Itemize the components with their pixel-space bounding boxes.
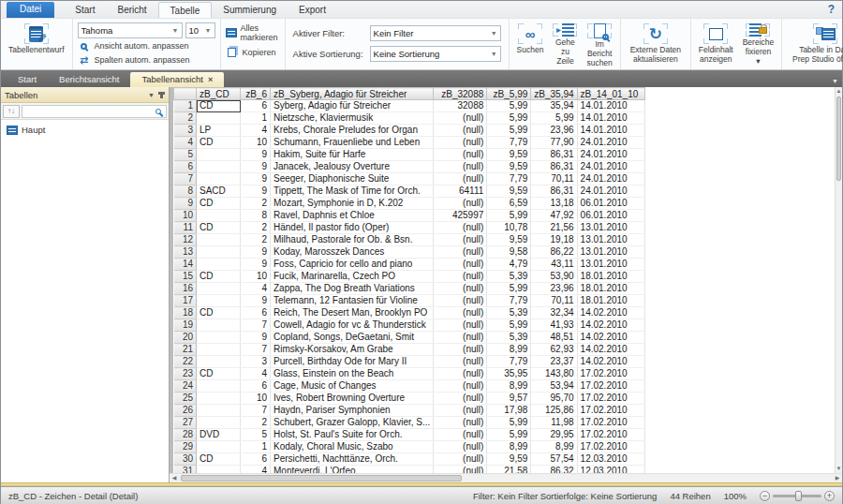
cell[interactable]: 8,99 (531, 441, 577, 453)
row-number[interactable]: 15 (174, 271, 197, 283)
cell[interactable]: 9 (241, 185, 271, 198)
cell[interactable] (197, 149, 241, 161)
cell[interactable]: 70,11 (531, 173, 577, 185)
doc-tab-berichtsansicht[interactable]: Berichtsansicht (48, 72, 130, 87)
cell[interactable]: 5,99 (487, 319, 531, 332)
cell[interactable]: 17.02.2010 (577, 405, 644, 417)
cell[interactable]: (null) (434, 137, 487, 149)
pin-icon[interactable] (160, 92, 163, 98)
row-number[interactable]: 23 (174, 368, 197, 380)
cell[interactable]: 11,98 (531, 417, 577, 429)
cell[interactable]: 70,11 (531, 295, 577, 307)
cell[interactable]: 9 (241, 295, 271, 307)
cell[interactable]: 62,93 (531, 344, 577, 356)
cell[interactable]: 9,59 (487, 453, 531, 466)
row-number[interactable]: 6 (174, 161, 197, 173)
search-button[interactable]: ∞ Suchen (514, 22, 547, 67)
cell[interactable]: 4,79 (487, 259, 531, 271)
cell[interactable]: 143,80 (531, 368, 577, 380)
column-header[interactable]: zB_14_01_10 (577, 88, 644, 100)
cell[interactable]: Telemann, 12 Fantasien für Violine (271, 295, 434, 307)
row-number[interactable]: 28 (174, 429, 197, 441)
row-number[interactable]: 16 (174, 283, 197, 295)
cell[interactable] (197, 173, 241, 185)
cell[interactable]: (null) (434, 466, 487, 474)
cell[interactable]: 10 (241, 137, 271, 149)
cell[interactable]: 43,11 (531, 259, 577, 271)
cell[interactable]: 41,93 (531, 319, 577, 332)
cell[interactable]: Ravel, Daphnis et Chloe (271, 210, 434, 222)
cell[interactable]: 5,39 (487, 332, 531, 344)
cell[interactable]: 14.02.2010 (577, 344, 644, 356)
cell[interactable]: 2 (241, 234, 271, 246)
cell[interactable]: Foss, Capricio for cello and piano (271, 259, 434, 271)
cell[interactable]: 86,32 (531, 466, 577, 474)
row-number[interactable]: 5 (174, 149, 197, 161)
cell[interactable]: (null) (434, 246, 487, 259)
cell[interactable]: (null) (434, 161, 487, 173)
cell[interactable]: 24.01.2010 (577, 185, 644, 198)
cell[interactable]: 9 (241, 246, 271, 259)
cell[interactable]: Copland, Songs, DeGaetani, Smit (271, 332, 434, 344)
cell[interactable]: 35,95 (487, 368, 531, 380)
cell[interactable]: 86,31 (531, 185, 577, 198)
cell[interactable] (197, 356, 241, 368)
tree-item-haupt[interactable]: Haupt (5, 124, 165, 136)
cell[interactable]: Holst, St. Paul's Suite for Orch. (271, 429, 434, 441)
cell[interactable]: 13.01.2010 (577, 246, 644, 259)
cell[interactable]: Milhaud, Pastorale for Ob. & Bsn. (271, 234, 434, 246)
cell[interactable]: 9,58 (487, 246, 531, 259)
cell[interactable]: 9 (241, 173, 271, 185)
cell[interactable]: 14.02.2010 (577, 332, 644, 344)
cell[interactable]: 29,95 (531, 429, 577, 441)
cell[interactable]: 9 (241, 332, 271, 344)
cell[interactable]: (null) (434, 429, 487, 441)
cell[interactable]: (null) (434, 295, 487, 307)
cell[interactable]: 7,79 (487, 356, 531, 368)
row-number[interactable]: 25 (174, 393, 197, 405)
cell[interactable]: 4 (241, 125, 271, 137)
cell[interactable]: 13,18 (531, 198, 577, 210)
cell[interactable]: 3 (241, 356, 271, 368)
cell[interactable]: 7,79 (487, 295, 531, 307)
cell[interactable]: 8,99 (487, 380, 531, 393)
cell[interactable]: (null) (434, 222, 487, 234)
cell[interactable]: 2 (241, 198, 271, 210)
goto-row-button[interactable]: ▸ Gehe zu Zeile (550, 22, 580, 67)
cell[interactable]: 5,39 (487, 307, 531, 319)
cell[interactable]: 9 (241, 149, 271, 161)
cell[interactable]: Rimsky-Korsakov, Am Grabe (271, 344, 434, 356)
row-number[interactable]: 4 (174, 137, 197, 149)
vertical-scroll-thumb[interactable] (836, 96, 841, 181)
zoom-slider-track[interactable] (773, 495, 821, 497)
cell[interactable]: 12.03.2010 (577, 466, 644, 474)
cell[interactable]: CD (197, 453, 241, 466)
ribbon-tab-summierung[interactable]: Summierung (212, 2, 288, 18)
cell[interactable]: 95,70 (531, 393, 577, 405)
cell[interactable]: Glass, Einstein on the Beach (271, 368, 434, 380)
cell[interactable]: 5,99 (487, 417, 531, 429)
cell[interactable]: 10 (241, 393, 271, 405)
cell[interactable]: (null) (434, 368, 487, 380)
column-header[interactable]: zB_6 (241, 88, 271, 100)
ribbon-tab-bericht[interactable]: Bericht (106, 2, 157, 18)
row-number[interactable]: 9 (174, 198, 197, 210)
close-icon[interactable]: × (208, 75, 213, 84)
cell[interactable] (197, 161, 241, 173)
row-number[interactable]: 19 (174, 319, 197, 332)
cell[interactable]: 6 (241, 380, 271, 393)
cell[interactable]: 24.01.2010 (577, 161, 644, 173)
row-number[interactable]: 12 (174, 234, 197, 246)
cell[interactable]: (null) (434, 125, 487, 137)
row-number[interactable]: 3 (174, 125, 197, 137)
chevron-down-icon[interactable]: ▼ (148, 92, 155, 98)
scroll-down-icon[interactable]: ▼ (836, 465, 842, 473)
row-number[interactable]: 14 (174, 259, 197, 271)
cell[interactable] (197, 295, 241, 307)
cell[interactable]: 10,78 (487, 222, 531, 234)
cell[interactable]: 9,59 (487, 149, 531, 161)
cell[interactable] (197, 246, 241, 259)
cell[interactable]: (null) (434, 259, 487, 271)
cell[interactable]: 9,59 (487, 161, 531, 173)
cell[interactable]: 48,51 (531, 332, 577, 344)
